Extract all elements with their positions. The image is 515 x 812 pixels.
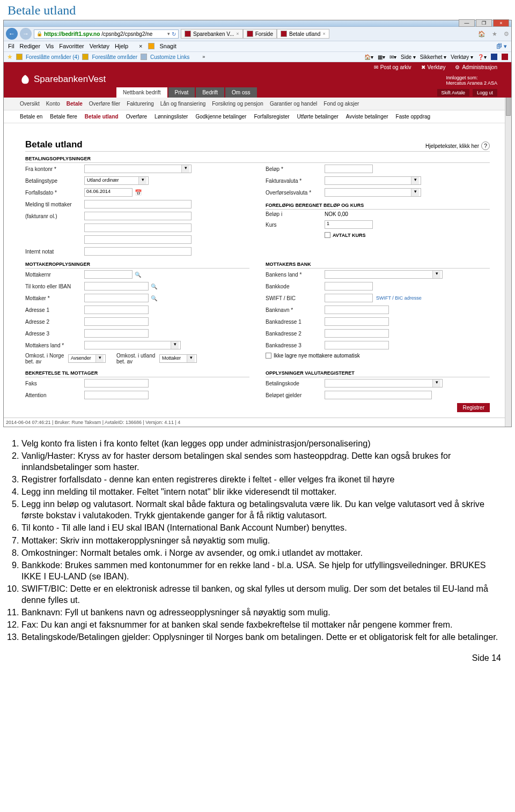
mail-icon[interactable]: ✉▾ [389, 54, 396, 60]
subnav-item[interactable]: Forsikring og pensjon [212, 101, 263, 107]
help-icon[interactable]: ❓▾ [477, 54, 487, 60]
subnav2-item[interactable]: Forfallsregister [254, 114, 289, 120]
attention-input[interactable] [84, 391, 149, 399]
favorite-link[interactable]: Customize Links [150, 54, 189, 60]
header-link[interactable]: ⚙Administrasjon [455, 64, 497, 70]
subnav-item[interactable]: Oversikt [20, 101, 40, 107]
invoice-currency-select[interactable] [325, 176, 421, 185]
subnav-item[interactable]: Fond og aksjer [323, 101, 359, 107]
subnav2-item[interactable]: Overføre [126, 114, 147, 120]
star-icon[interactable]: ★ [7, 53, 13, 61]
browser-tab[interactable]: Sparebanken V... × [181, 29, 243, 39]
subnav2-item[interactable]: Avviste betalinger [346, 114, 388, 120]
address3-input[interactable] [84, 329, 149, 338]
snagit-label[interactable]: Snagit [160, 43, 176, 50]
main-tab[interactable]: Bedrift [196, 87, 224, 98]
bank-country-select[interactable] [325, 270, 443, 279]
transfer-currency-select[interactable] [325, 188, 421, 197]
main-tab[interactable]: Nettbank bedrift [116, 87, 167, 98]
gear-icon[interactable]: ⚙ [504, 31, 509, 38]
minimize-button[interactable]: — [459, 19, 475, 27]
toolbar-dropdown-icon[interactable]: 🗐 ▾ [496, 43, 507, 50]
subnav2-item[interactable]: Lønningslister [154, 114, 188, 120]
message-input[interactable] [84, 200, 192, 208]
message-input-2[interactable] [84, 212, 192, 220]
main-tab[interactable]: Privat [168, 87, 195, 98]
favorite-link[interactable]: Foreslåtte områder (4) [26, 54, 79, 60]
subnav-item[interactable]: Overføre filer [89, 101, 120, 107]
main-tab[interactable]: Om oss [225, 87, 256, 98]
subnav2-item[interactable]: Betale utland [85, 114, 119, 120]
subnav2-item[interactable]: Godkjenne betalinger [195, 114, 246, 120]
tab-close-icon[interactable]: × [236, 31, 239, 36]
account-iban-input[interactable] [84, 282, 149, 290]
bank-addr1-input[interactable] [325, 317, 389, 326]
payment-type-select[interactable]: Utland ordinær [84, 176, 149, 185]
menu-item[interactable]: Fil [8, 43, 14, 50]
menu-item[interactable]: Verktøy [90, 43, 109, 50]
addon-icon[interactable] [502, 54, 508, 60]
bank-addr2-input[interactable] [325, 329, 389, 338]
forward-button[interactable]: → [20, 28, 32, 40]
recipient-country-select[interactable] [84, 341, 181, 349]
calendar-icon[interactable]: 📅 [135, 189, 142, 196]
home-split-icon[interactable]: 🏠▾ [364, 54, 373, 60]
subnav2-item[interactable]: Utførte betalinger [297, 114, 339, 120]
header-link[interactable]: ✖Verktøy [421, 64, 446, 70]
bank-code-input[interactable] [325, 282, 373, 290]
cost-norway-select[interactable]: Avsender [68, 354, 106, 363]
due-date-input[interactable]: 04.06.2014 [84, 188, 133, 197]
addon-icon[interactable] [491, 54, 497, 60]
back-button[interactable]: ← [6, 28, 18, 40]
search-icon[interactable]: 🔍 [151, 284, 157, 289]
favorite-link[interactable]: Foreslåtte områder [92, 54, 137, 60]
maximize-button[interactable]: ❐ [476, 19, 492, 27]
subnav-item[interactable]: Konto [46, 101, 60, 107]
menu-item[interactable]: Rediger [20, 43, 41, 50]
agreed-rate-checkbox[interactable] [325, 232, 330, 238]
toolbar-item[interactable]: Side ▾ [401, 54, 416, 60]
subnav-item[interactable]: Garantier og handel [270, 101, 317, 107]
logout-button[interactable]: Logg ut [473, 89, 497, 96]
from-account-select[interactable] [84, 165, 192, 173]
toolbar-item[interactable]: Verktøy ▾ [451, 54, 473, 60]
star-icon[interactable]: ★ [492, 31, 497, 38]
bank-addr3-input[interactable] [325, 341, 389, 349]
no-save-checkbox[interactable] [266, 353, 271, 359]
amount-regards-input[interactable] [325, 391, 432, 399]
dropdown-icon[interactable]: ▾ [167, 31, 170, 36]
payment-code-select[interactable] [325, 379, 443, 388]
url-bar[interactable]: 🔒 https://bedrift1.spv.no/cpsnbg2/cpsnbg… [34, 29, 179, 39]
bank-name-input[interactable] [325, 306, 389, 314]
register-button[interactable]: Registrer [457, 403, 490, 412]
swift-link[interactable]: SWIFT / BIC adresse [376, 295, 422, 301]
scrollbar[interactable] [505, 62, 511, 427]
menu-item[interactable]: Hjelp [115, 43, 128, 50]
tab-close-icon[interactable]: × [322, 31, 325, 36]
recipient-no-input[interactable] [84, 270, 133, 279]
header-link[interactable]: ✉Post og arkiv [374, 64, 411, 70]
browser-tab[interactable]: Forside [243, 29, 277, 39]
menu-item[interactable]: Favoritter [59, 43, 84, 50]
search-icon[interactable]: 🔍 [135, 272, 141, 278]
address1-input[interactable] [84, 306, 149, 314]
switch-agreement-button[interactable]: Skift Avtale [437, 89, 469, 96]
toolbar-item[interactable]: Sikkerhet ▾ [420, 54, 446, 60]
subnav-item[interactable]: Fakturering [127, 101, 154, 107]
cost-abroad-select[interactable]: Mottaker [159, 354, 197, 363]
message-input-3[interactable] [84, 224, 192, 232]
feed-icon[interactable]: ▦▾ [378, 54, 385, 60]
subnav2-item[interactable]: Betale flere [50, 114, 77, 120]
refresh-icon[interactable]: ↻ [172, 31, 176, 37]
amount-input[interactable] [325, 165, 373, 173]
subnav-item[interactable]: Lån og finansiering [160, 101, 206, 107]
fax-input[interactable] [84, 379, 149, 388]
menu-item[interactable]: Vis [46, 43, 54, 50]
search-icon[interactable]: 🔍 [151, 295, 157, 301]
home-icon[interactable]: 🏠 [478, 31, 485, 38]
internal-note-input[interactable] [84, 247, 192, 256]
subnav-item[interactable]: Betale [67, 101, 83, 107]
browser-tab[interactable]: Betale utland × [277, 29, 329, 39]
chevron-icon[interactable]: » [202, 54, 205, 59]
close-button[interactable]: × [493, 19, 509, 27]
